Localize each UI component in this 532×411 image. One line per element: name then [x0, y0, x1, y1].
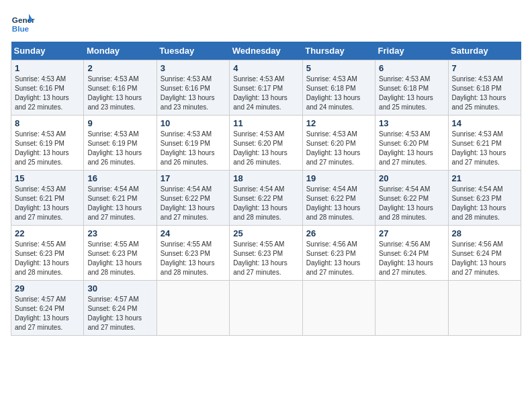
day-detail: Sunrise: 4:57 AMSunset: 6:24 PMDaylight:…	[87, 295, 142, 331]
day-cell: 3 Sunrise: 4:53 AMSunset: 6:16 PMDayligh…	[157, 60, 229, 116]
day-number: 5	[306, 63, 371, 73]
day-cell: 4 Sunrise: 4:53 AMSunset: 6:17 PMDayligh…	[230, 60, 302, 116]
day-detail: Sunrise: 4:55 AMSunset: 6:23 PMDaylight:…	[15, 240, 69, 276]
day-cell: 26 Sunrise: 4:56 AMSunset: 6:23 PMDaylig…	[302, 226, 375, 281]
day-detail: Sunrise: 4:55 AMSunset: 6:23 PMDaylight:…	[233, 240, 287, 276]
col-header-thursday: Thursday	[302, 42, 375, 60]
week-row-5: 29 Sunrise: 4:57 AMSunset: 6:24 PMDaylig…	[11, 281, 521, 336]
day-cell: 16 Sunrise: 4:54 AMSunset: 6:21 PMDaylig…	[84, 171, 157, 226]
day-number: 17	[161, 173, 226, 183]
day-number: 28	[452, 228, 517, 238]
week-row-4: 22 Sunrise: 4:55 AMSunset: 6:23 PMDaylig…	[11, 226, 521, 281]
day-cell: 8 Sunrise: 4:53 AMSunset: 6:19 PMDayligh…	[11, 116, 84, 171]
day-detail: Sunrise: 4:53 AMSunset: 6:16 PMDaylight:…	[161, 75, 215, 111]
day-detail: Sunrise: 4:53 AMSunset: 6:20 PMDaylight:…	[379, 130, 433, 166]
day-cell: 29 Sunrise: 4:57 AMSunset: 6:24 PMDaylig…	[11, 281, 84, 336]
day-detail: Sunrise: 4:56 AMSunset: 6:23 PMDaylight:…	[306, 240, 361, 276]
week-row-2: 8 Sunrise: 4:53 AMSunset: 6:19 PMDayligh…	[11, 116, 521, 171]
day-detail: Sunrise: 4:53 AMSunset: 6:21 PMDaylight:…	[15, 185, 69, 221]
day-number: 7	[452, 63, 517, 73]
day-detail: Sunrise: 4:56 AMSunset: 6:24 PMDaylight:…	[379, 240, 433, 276]
day-detail: Sunrise: 4:53 AMSunset: 6:19 PMDaylight:…	[161, 130, 215, 166]
col-header-friday: Friday	[375, 42, 448, 60]
day-number: 8	[15, 118, 80, 128]
day-cell: 15 Sunrise: 4:53 AMSunset: 6:21 PMDaylig…	[11, 171, 84, 226]
day-cell	[302, 281, 375, 336]
day-cell: 23 Sunrise: 4:55 AMSunset: 6:23 PMDaylig…	[84, 226, 157, 281]
day-number: 2	[87, 63, 152, 73]
day-detail: Sunrise: 4:54 AMSunset: 6:22 PMDaylight:…	[379, 185, 433, 221]
col-header-sunday: Sunday	[11, 42, 84, 60]
day-cell: 7 Sunrise: 4:53 AMSunset: 6:18 PMDayligh…	[448, 60, 521, 116]
day-number: 24	[161, 228, 226, 238]
day-number: 26	[306, 228, 371, 238]
day-cell: 24 Sunrise: 4:55 AMSunset: 6:23 PMDaylig…	[157, 226, 229, 281]
day-detail: Sunrise: 4:54 AMSunset: 6:21 PMDaylight:…	[87, 185, 142, 221]
day-detail: Sunrise: 4:53 AMSunset: 6:16 PMDaylight:…	[87, 75, 142, 111]
day-cell	[448, 281, 521, 336]
day-number: 3	[161, 63, 226, 73]
day-cell: 6 Sunrise: 4:53 AMSunset: 6:18 PMDayligh…	[375, 60, 448, 116]
day-detail: Sunrise: 4:53 AMSunset: 6:17 PMDaylight:…	[233, 75, 287, 111]
week-row-3: 15 Sunrise: 4:53 AMSunset: 6:21 PMDaylig…	[11, 171, 521, 226]
week-row-1: 1 Sunrise: 4:53 AMSunset: 6:16 PMDayligh…	[11, 60, 521, 116]
day-detail: Sunrise: 4:53 AMSunset: 6:16 PMDaylight:…	[15, 75, 69, 111]
day-number: 20	[379, 173, 444, 183]
day-detail: Sunrise: 4:53 AMSunset: 6:19 PMDaylight:…	[87, 130, 142, 166]
day-detail: Sunrise: 4:53 AMSunset: 6:19 PMDaylight:…	[15, 130, 69, 166]
col-header-tuesday: Tuesday	[157, 42, 229, 60]
logo-icon: General Blue	[11, 11, 35, 35]
logo: General Blue	[11, 11, 35, 35]
day-number: 29	[15, 283, 80, 293]
day-detail: Sunrise: 4:53 AMSunset: 6:18 PMDaylight:…	[306, 75, 361, 111]
day-detail: Sunrise: 4:53 AMSunset: 6:18 PMDaylight:…	[379, 75, 433, 111]
day-cell: 20 Sunrise: 4:54 AMSunset: 6:22 PMDaylig…	[375, 171, 448, 226]
day-cell: 10 Sunrise: 4:53 AMSunset: 6:19 PMDaylig…	[157, 116, 229, 171]
day-cell	[375, 281, 448, 336]
day-number: 16	[87, 173, 152, 183]
day-cell: 30 Sunrise: 4:57 AMSunset: 6:24 PMDaylig…	[84, 281, 157, 336]
day-number: 11	[233, 118, 298, 128]
day-detail: Sunrise: 4:55 AMSunset: 6:23 PMDaylight:…	[87, 240, 142, 276]
day-detail: Sunrise: 4:54 AMSunset: 6:22 PMDaylight:…	[233, 185, 287, 221]
day-cell	[157, 281, 229, 336]
day-number: 9	[87, 118, 152, 128]
day-number: 19	[306, 173, 371, 183]
day-number: 25	[233, 228, 298, 238]
day-cell: 27 Sunrise: 4:56 AMSunset: 6:24 PMDaylig…	[375, 226, 448, 281]
col-header-monday: Monday	[84, 42, 157, 60]
day-number: 30	[87, 283, 152, 293]
day-cell: 19 Sunrise: 4:54 AMSunset: 6:22 PMDaylig…	[302, 171, 375, 226]
day-detail: Sunrise: 4:53 AMSunset: 6:20 PMDaylight:…	[306, 130, 361, 166]
day-cell: 12 Sunrise: 4:53 AMSunset: 6:20 PMDaylig…	[302, 116, 375, 171]
day-number: 4	[233, 63, 298, 73]
day-detail: Sunrise: 4:53 AMSunset: 6:21 PMDaylight:…	[452, 130, 506, 166]
day-cell: 1 Sunrise: 4:53 AMSunset: 6:16 PMDayligh…	[11, 60, 84, 116]
day-cell: 18 Sunrise: 4:54 AMSunset: 6:22 PMDaylig…	[230, 171, 302, 226]
day-detail: Sunrise: 4:55 AMSunset: 6:23 PMDaylight:…	[161, 240, 215, 276]
day-cell: 14 Sunrise: 4:53 AMSunset: 6:21 PMDaylig…	[448, 116, 521, 171]
day-detail: Sunrise: 4:54 AMSunset: 6:22 PMDaylight:…	[306, 185, 361, 221]
day-number: 10	[161, 118, 226, 128]
day-detail: Sunrise: 4:56 AMSunset: 6:24 PMDaylight:…	[452, 240, 506, 276]
day-cell: 22 Sunrise: 4:55 AMSunset: 6:23 PMDaylig…	[11, 226, 84, 281]
day-cell: 25 Sunrise: 4:55 AMSunset: 6:23 PMDaylig…	[230, 226, 302, 281]
day-detail: Sunrise: 4:53 AMSunset: 6:18 PMDaylight:…	[452, 75, 506, 111]
day-cell	[230, 281, 302, 336]
calendar-table: SundayMondayTuesdayWednesdayThursdayFrid…	[11, 42, 521, 336]
day-cell: 9 Sunrise: 4:53 AMSunset: 6:19 PMDayligh…	[84, 116, 157, 171]
svg-text:Blue: Blue	[12, 24, 30, 33]
day-cell: 2 Sunrise: 4:53 AMSunset: 6:16 PMDayligh…	[84, 60, 157, 116]
day-number: 23	[87, 228, 152, 238]
header-row: SundayMondayTuesdayWednesdayThursdayFrid…	[11, 42, 521, 60]
day-cell: 17 Sunrise: 4:54 AMSunset: 6:22 PMDaylig…	[157, 171, 229, 226]
day-detail: Sunrise: 4:54 AMSunset: 6:23 PMDaylight:…	[452, 185, 506, 221]
day-number: 18	[233, 173, 298, 183]
col-header-saturday: Saturday	[448, 42, 521, 60]
day-number: 22	[15, 228, 80, 238]
day-detail: Sunrise: 4:57 AMSunset: 6:24 PMDaylight:…	[15, 295, 69, 331]
day-number: 14	[452, 118, 517, 128]
day-cell: 5 Sunrise: 4:53 AMSunset: 6:18 PMDayligh…	[302, 60, 375, 116]
day-detail: Sunrise: 4:53 AMSunset: 6:20 PMDaylight:…	[233, 130, 287, 166]
day-detail: Sunrise: 4:54 AMSunset: 6:22 PMDaylight:…	[161, 185, 215, 221]
